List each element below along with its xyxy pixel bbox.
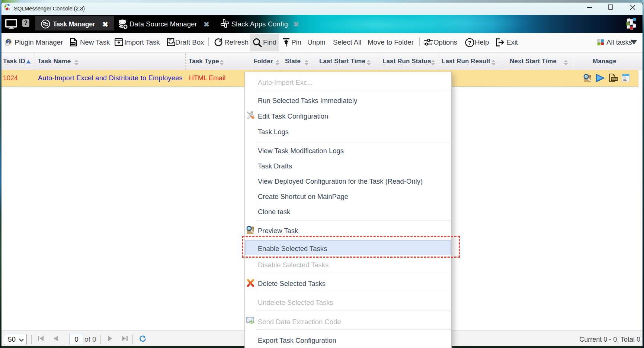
svg-text:NEW: NEW <box>71 42 75 45</box>
svg-text:?: ? <box>468 39 471 46</box>
svg-text:LOG: LOG <box>612 78 617 80</box>
